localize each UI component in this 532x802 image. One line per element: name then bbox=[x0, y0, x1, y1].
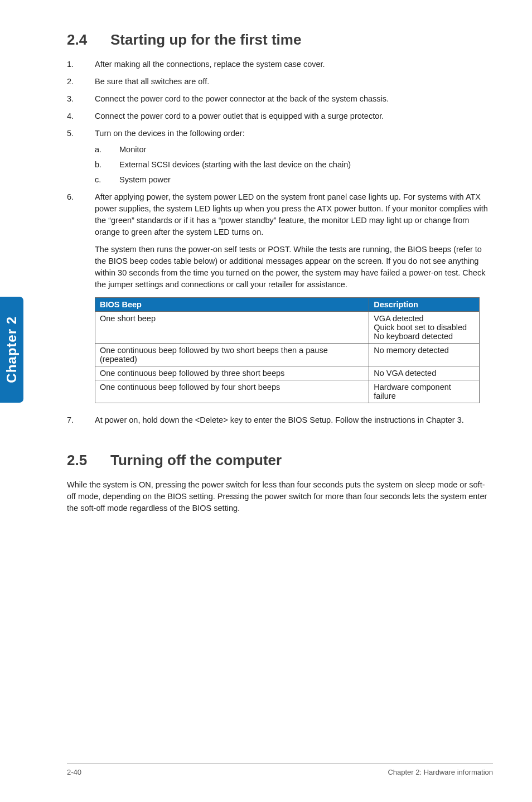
chapter-tab-label: Chapter 2 bbox=[4, 316, 20, 383]
sub-list-item: a.Monitor bbox=[95, 144, 493, 156]
item-number: 3. bbox=[67, 93, 74, 105]
chapter-sidebar-tab: Chapter 2 bbox=[0, 297, 23, 403]
sub-item-text: System power bbox=[119, 175, 171, 184]
sub-list-item: b.External SCSI devices (starting with t… bbox=[95, 159, 493, 171]
item-text: Connect the power cord to a power outlet… bbox=[95, 112, 384, 120]
page-footer: 2-40 Chapter 2: Hardware information bbox=[67, 763, 493, 776]
section-24-ordered-list-cont: 7.At power on, hold down the <Delete> ke… bbox=[67, 414, 493, 426]
list-item: 2.Be sure that all switches are off. bbox=[67, 76, 493, 88]
table-row: One continuous beep followed by three sh… bbox=[95, 366, 480, 380]
sub-list: a.Monitor b.External SCSI devices (start… bbox=[95, 144, 493, 186]
item-number: 2. bbox=[67, 76, 74, 88]
item-text: Turn on the devices in the following ord… bbox=[95, 129, 245, 138]
table-row: One short beep VGA detectedQuick boot se… bbox=[95, 312, 480, 344]
section-25-paragraph: While the system is ON, pressing the pow… bbox=[67, 479, 493, 514]
section-25-heading: 2.5Turning off the computer bbox=[67, 452, 493, 469]
sub-item-letter: a. bbox=[95, 144, 101, 156]
list-item: 6.After applying power, the system power… bbox=[67, 191, 493, 238]
item-text: Be sure that all switches are off. bbox=[95, 77, 209, 86]
item-number: 1. bbox=[67, 59, 74, 70]
item-text: After applying power, the system power L… bbox=[95, 192, 488, 236]
table-cell-desc: VGA detectedQuick boot set to disabledNo… bbox=[369, 312, 480, 344]
list-item: 5.Turn on the devices in the following o… bbox=[67, 128, 493, 186]
section-25: 2.5Turning off the computer While the sy… bbox=[67, 452, 493, 514]
section-24-number: 2.4 bbox=[67, 31, 110, 49]
section-25-title: Turning off the computer bbox=[110, 452, 282, 468]
sub-item-text: Monitor bbox=[119, 145, 146, 154]
sub-item-text: External SCSI devices (starting with the… bbox=[119, 160, 351, 169]
table-header-beep: BIOS Beep bbox=[95, 298, 369, 312]
item-number: 4. bbox=[67, 110, 74, 122]
list-item: 7.At power on, hold down the <Delete> ke… bbox=[67, 414, 493, 426]
table-header-desc: Description bbox=[369, 298, 480, 312]
sub-list-item: c.System power bbox=[95, 174, 493, 186]
item-text: At power on, hold down the <Delete> key … bbox=[95, 416, 464, 424]
document-page: Chapter 2 2.4Starting up for the first t… bbox=[0, 0, 532, 802]
item-text: Connect the power cord to the power conn… bbox=[95, 94, 389, 103]
table-row: One continuous beep followed by two shor… bbox=[95, 344, 480, 366]
table-cell-desc: No VGA detected bbox=[369, 366, 480, 380]
post-paragraph: The system then runs the power-on self t… bbox=[67, 244, 493, 291]
bios-beep-table: BIOS Beep Description One short beep VGA… bbox=[95, 297, 480, 403]
footer-page-number: 2-40 bbox=[67, 768, 81, 776]
table-cell-beep: One continuous beep followed by three sh… bbox=[95, 366, 369, 380]
list-item: 4.Connect the power cord to a power outl… bbox=[67, 110, 493, 122]
section-24-heading: 2.4Starting up for the first time bbox=[67, 31, 493, 49]
list-item: 3.Connect the power cord to the power co… bbox=[67, 93, 493, 105]
section-24-title: Starting up for the first time bbox=[110, 31, 301, 48]
table-cell-beep: One short beep bbox=[95, 312, 369, 344]
table-cell-beep: One continuous beep followed by four sho… bbox=[95, 380, 369, 403]
item-number: 5. bbox=[67, 128, 74, 139]
table-row: One continuous beep followed by four sho… bbox=[95, 380, 480, 403]
sub-item-letter: b. bbox=[95, 159, 101, 171]
section-25-number: 2.5 bbox=[67, 452, 110, 469]
section-24-ordered-list: 1.After making all the connections, repl… bbox=[67, 59, 493, 238]
table-cell-desc: No memory detected bbox=[369, 344, 480, 366]
footer-chapter-label: Chapter 2: Hardware information bbox=[388, 768, 493, 776]
item-number: 7. bbox=[67, 414, 74, 426]
item-text: After making all the connections, replac… bbox=[95, 60, 325, 69]
item-number: 6. bbox=[67, 191, 74, 203]
sub-item-letter: c. bbox=[95, 174, 101, 186]
table-cell-desc: Hardware component failure bbox=[369, 380, 480, 403]
table-cell-beep: One continuous beep followed by two shor… bbox=[95, 344, 369, 366]
list-item: 1.After making all the connections, repl… bbox=[67, 59, 493, 70]
